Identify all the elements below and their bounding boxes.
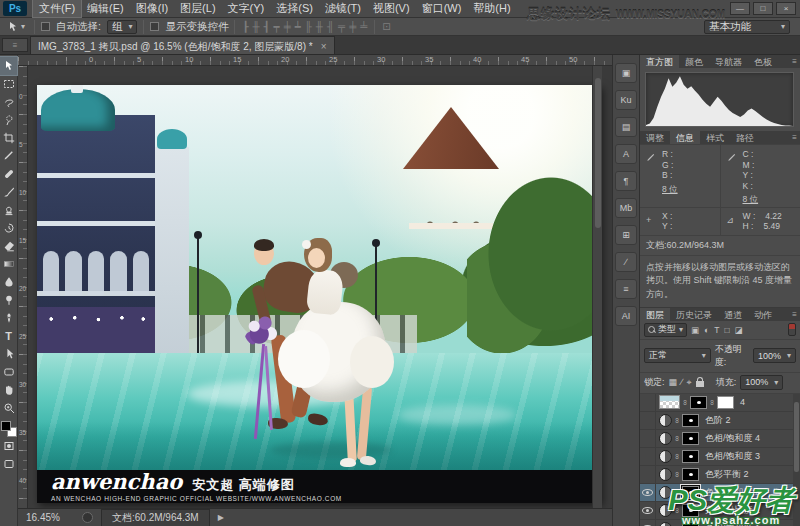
- threed-mode-icon[interactable]: ⊡: [381, 21, 391, 32]
- layer-visibility-toggle[interactable]: [640, 484, 656, 501]
- type-tool[interactable]: T: [0, 327, 17, 345]
- vector-mask-thumbnail[interactable]: [717, 396, 734, 409]
- panel-tab[interactable]: 图层: [640, 308, 670, 321]
- panel-tab[interactable]: 导航器: [709, 55, 748, 68]
- shape-tool[interactable]: [0, 363, 17, 381]
- horizontal-ruler[interactable]: 05101520253035404550: [18, 55, 612, 66]
- layer-row[interactable]: ∞ ∞ 色相/饱和度 3: [640, 448, 800, 466]
- panel-tab[interactable]: 动作: [748, 308, 778, 321]
- filter-kind-icon[interactable]: □: [723, 325, 730, 335]
- marquee-tool[interactable]: [0, 75, 17, 93]
- quick-mask-button[interactable]: [0, 437, 17, 455]
- menu-item[interactable]: 图层(L): [174, 0, 221, 17]
- scrollbar-thumb[interactable]: [794, 402, 799, 472]
- adjustment-icon[interactable]: [659, 414, 672, 427]
- brush-presets-icon[interactable]: ∕: [615, 252, 637, 272]
- menu-item[interactable]: 窗口(W): [416, 0, 468, 17]
- panel-tab[interactable]: 信息: [670, 131, 700, 144]
- layer-thumbnail[interactable]: [659, 395, 680, 409]
- maximize-button[interactable]: □: [753, 2, 773, 15]
- clone-source-icon[interactable]: ▣: [615, 63, 637, 83]
- layers-scrollbar[interactable]: [793, 394, 800, 526]
- menu-item[interactable]: 帮助(H): [467, 0, 516, 17]
- align-icon[interactable]: ┠: [241, 21, 249, 32]
- panel-tab[interactable]: 色板: [748, 55, 778, 68]
- layer-filter-dropdown[interactable]: 类型 ▾: [644, 323, 687, 337]
- healing-brush-tool[interactable]: [0, 165, 17, 183]
- layer-visibility-toggle[interactable]: [640, 520, 656, 526]
- layer-visibility-toggle[interactable]: [640, 412, 656, 429]
- panel-tab[interactable]: 历史记录: [670, 308, 718, 321]
- panel-tab[interactable]: 路径: [730, 131, 760, 144]
- menu-item[interactable]: 文件(F): [33, 0, 81, 17]
- fill-dropdown[interactable]: 100% ▾: [740, 375, 783, 390]
- panel-menu-icon[interactable]: ≡: [792, 57, 797, 66]
- layer-visibility-toggle[interactable]: [640, 430, 656, 447]
- align-icon[interactable]: ╟: [304, 21, 313, 32]
- rgb-bits[interactable]: 8 位: [662, 184, 678, 195]
- menu-item[interactable]: 图像(I): [130, 0, 174, 17]
- layer-row[interactable]: ∞ ∞ 色彩平衡 2: [640, 466, 800, 484]
- minimize-button[interactable]: —: [730, 2, 750, 15]
- color-swatches[interactable]: [1, 421, 17, 437]
- filter-kind-icon[interactable]: ◪: [734, 325, 744, 335]
- photo-document[interactable]: anwenchao 安文超 高端修图 AN WENCHAO HIGH-END G…: [37, 85, 601, 503]
- align-icon[interactable]: ┷: [294, 21, 302, 32]
- zoom-level-field[interactable]: 16.45%: [26, 512, 74, 523]
- layer-mask-thumbnail[interactable]: [682, 468, 699, 481]
- lock-position-icon[interactable]: ⌖: [687, 377, 692, 388]
- hand-tool[interactable]: [0, 381, 17, 399]
- panel-tab[interactable]: 通道: [718, 308, 748, 321]
- dodge-tool[interactable]: [0, 291, 17, 309]
- adjustment-icon[interactable]: [659, 468, 672, 481]
- notes-icon[interactable]: ▤: [615, 117, 637, 137]
- panel-menu-icon[interactable]: ≡: [792, 310, 797, 319]
- blur-tool[interactable]: [0, 273, 17, 291]
- align-icon[interactable]: ┨: [263, 21, 271, 32]
- vertical-ruler[interactable]: 0510152025303540: [18, 66, 28, 508]
- menu-item[interactable]: 滤镜(T): [319, 0, 367, 17]
- lasso-tool[interactable]: [0, 93, 17, 111]
- gradient-tool[interactable]: [0, 255, 17, 273]
- align-icon[interactable]: ┯: [273, 21, 281, 32]
- layer-visibility-toggle[interactable]: [640, 502, 656, 519]
- panel-collapse-icon[interactable]: ≡: [2, 38, 28, 52]
- menu-item[interactable]: 选择(S): [270, 0, 319, 17]
- layer-row[interactable]: ∞ ∞ 色阶 2: [640, 412, 800, 430]
- lock-all-icon[interactable]: [696, 381, 704, 387]
- quick-selection-tool[interactable]: [0, 111, 17, 129]
- mini-bridge-icon[interactable]: Mb: [615, 198, 637, 218]
- auto-select-dropdown[interactable]: 组 ▾: [107, 20, 138, 34]
- panel-tab[interactable]: 直方图: [640, 55, 679, 68]
- opacity-dropdown[interactable]: 100% ▾: [753, 348, 796, 363]
- current-tool-badge[interactable]: ▾: [4, 21, 28, 33]
- lock-transparency-icon[interactable]: ▦: [669, 377, 678, 387]
- status-options-arrow-icon[interactable]: ▶: [218, 513, 224, 522]
- align-icon[interactable]: ╫: [315, 21, 324, 32]
- move-tool[interactable]: [0, 57, 17, 75]
- tab-close-icon[interactable]: ×: [321, 41, 327, 52]
- crop-tool[interactable]: [0, 129, 17, 147]
- menu-item[interactable]: 视图(V): [367, 0, 416, 17]
- filter-toggle-switch[interactable]: [788, 323, 796, 336]
- character-icon[interactable]: A: [615, 144, 637, 164]
- panel-menu-icon[interactable]: ≡: [792, 133, 797, 142]
- eraser-tool[interactable]: [0, 237, 17, 255]
- layer-mask-thumbnail[interactable]: [682, 450, 699, 463]
- layer-comps-icon[interactable]: ≡: [615, 279, 637, 299]
- auto-select-checkbox[interactable]: [41, 22, 50, 31]
- layer-row[interactable]: ∞ ∞ 4: [640, 394, 800, 412]
- adjustment-icon[interactable]: [659, 450, 672, 463]
- extensions-icon[interactable]: AI: [615, 306, 637, 326]
- align-icon[interactable]: ╢: [326, 21, 335, 32]
- align-icon[interactable]: ╪: [348, 21, 357, 32]
- cmyk-bits[interactable]: 8 位: [743, 194, 759, 205]
- layer-mask-thumbnail[interactable]: [682, 432, 699, 445]
- scrollbar-thumb[interactable]: [595, 78, 601, 228]
- filter-kind-icon[interactable]: T: [713, 325, 720, 335]
- layer-mask-thumbnail[interactable]: [682, 414, 699, 427]
- brush-tool[interactable]: [0, 183, 17, 201]
- zoom-tool[interactable]: [0, 399, 17, 417]
- align-icon[interactable]: ╤: [337, 21, 346, 32]
- canvas-area[interactable]: anwenchao 安文超 高端修图 AN WENCHAO HIGH-END G…: [28, 66, 602, 508]
